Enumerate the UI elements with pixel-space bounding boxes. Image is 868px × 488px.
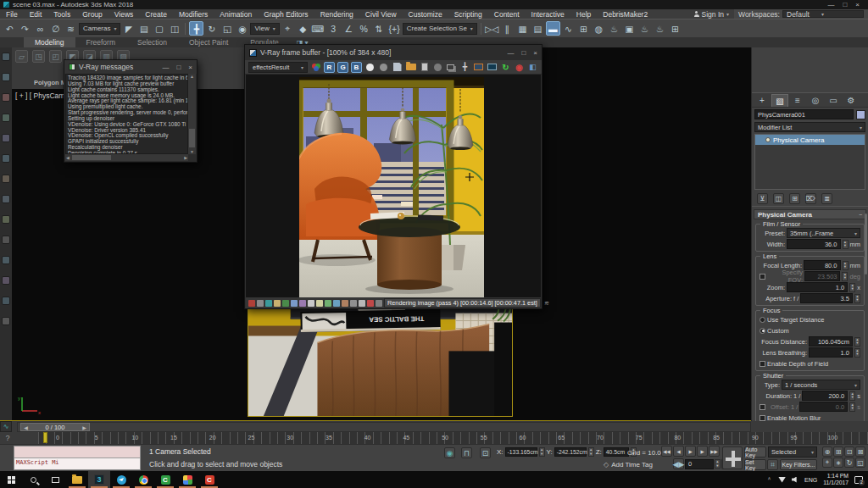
spinner-snap-icon[interactable]: ⇅ [372, 21, 387, 36]
fov-field[interactable]: 23.503 [804, 271, 840, 281]
y-coordinate-field[interactable]: -242.152cm [554, 447, 587, 457]
select-and-manipulate-icon[interactable]: ◆ [296, 21, 310, 36]
key-mode-toggle-icon[interactable]: ◀▶ [673, 458, 684, 469]
maxscript-mini-listener[interactable]: MAXScript Mi [14, 446, 141, 470]
vertical-scrollbar[interactable]: ▲▼ [188, 74, 196, 154]
dock-tool-icon[interactable] [2, 175, 10, 183]
menu-item[interactable]: Interactive [526, 9, 570, 19]
close-button[interactable]: × [855, 1, 860, 8]
aperture-field[interactable]: 3.5 [800, 293, 853, 303]
modifier-list-dropdown[interactable]: Modifier List [754, 122, 865, 132]
monochrome-button[interactable] [378, 62, 389, 73]
title-bar[interactable]: scene 03.max - Autodesk 3ds Max 2018 — □… [0, 0, 868, 9]
field-of-view-icon[interactable]: ⌖ [822, 458, 832, 468]
frame-buffer-canvas[interactable] [246, 75, 541, 297]
menu-item[interactable]: Edit [24, 9, 48, 19]
channel-dropdown[interactable]: effectsResult [248, 62, 308, 73]
macro-recorder-line[interactable] [14, 446, 140, 458]
menu-item[interactable]: Graph Editors [258, 9, 314, 19]
close-button[interactable]: × [188, 64, 192, 71]
vray-messages-titlebar[interactable]: V-Ray messages — □ × [64, 60, 197, 74]
select-and-scale-icon[interactable]: ◱ [220, 21, 234, 36]
network-icon[interactable] [778, 477, 786, 483]
spinner-icon[interactable] [539, 447, 545, 457]
vfb-hue-saturation-icon[interactable] [325, 300, 331, 307]
menu-item[interactable]: Rendering [314, 9, 359, 19]
tab-modify-icon[interactable]: ▧ [771, 94, 788, 107]
select-by-name-icon[interactable]: ▤ [136, 21, 151, 36]
shutter-type-dropdown[interactable]: 1 / seconds [782, 380, 860, 390]
select-and-move-icon[interactable]: ╋ [189, 21, 203, 36]
minimize-button[interactable]: — [507, 49, 514, 57]
file-explorer-icon[interactable] [66, 471, 88, 488]
bind-to-space-warp-icon[interactable]: ≋ [64, 21, 78, 36]
add-time-tag[interactable]: ◇ Add Time Tag [604, 461, 653, 469]
mirror-icon[interactable]: ▷◁ [485, 21, 499, 36]
maximize-button[interactable]: □ [521, 49, 526, 57]
vfb-image-icon[interactable] [291, 300, 298, 307]
key-filters-button[interactable]: Key Filters... [780, 459, 817, 470]
horizontal-scrollbar[interactable]: ◀▶ [65, 154, 188, 161]
clock[interactable]: 1:14 PM 11/1/2017 [823, 473, 849, 486]
render-last-icon[interactable]: ↻ [500, 62, 511, 73]
vfb-stamp-icon[interactable] [359, 300, 365, 307]
spinner-icon[interactable] [842, 272, 848, 281]
duplicate-to-host-icon[interactable] [446, 62, 457, 73]
current-frame-field[interactable]: 0 [685, 459, 714, 469]
menu-item[interactable]: Tools [47, 9, 76, 19]
ribbon-tab[interactable]: Selection [126, 37, 178, 47]
ribbon-tab[interactable]: Object Paint [178, 37, 239, 47]
dock-tool-icon[interactable] [2, 297, 10, 305]
ribbon-tool-icon[interactable]: ▱ [15, 50, 28, 63]
vfb-exposure-icon[interactable] [308, 300, 314, 307]
absolute-offset-mode-icon[interactable]: ⊡ [480, 447, 491, 458]
vfb-info-icon[interactable] [376, 300, 382, 307]
navigation-pad-icon[interactable] [722, 446, 743, 469]
listener-line[interactable]: MAXScript Mi [14, 458, 140, 469]
x-coordinate-field[interactable]: -133.165cm [505, 447, 537, 457]
go-to-end-icon[interactable]: ▶▶ [709, 446, 720, 457]
zoom-extents-all-icon[interactable]: ⊠ [855, 446, 865, 457]
reference-coordinate-dropdown[interactable]: View [250, 23, 279, 35]
zoom-icon[interactable]: ⊕ [822, 446, 832, 457]
tab-display-icon[interactable]: ▭ [825, 94, 842, 107]
ribbon-tab[interactable]: Freeform [75, 37, 126, 47]
fit-to-window-icon[interactable] [487, 62, 498, 73]
red-channel-button[interactable]: R [324, 62, 335, 73]
zoom-field[interactable]: 1.0 [787, 282, 848, 292]
spinner-icon[interactable] [854, 337, 860, 347]
use-pivot-center-icon[interactable]: ⌖ [281, 21, 295, 36]
previous-frame-icon[interactable]: ◀ [673, 446, 684, 457]
color-app-icon[interactable] [176, 471, 198, 488]
material-editor-icon[interactable]: ◍ [592, 21, 606, 36]
rollout-physical-camera[interactable]: Physical Camera− [754, 209, 866, 219]
keyboard-override-icon[interactable]: ⌨ [311, 21, 326, 36]
vfb-white-balance-icon[interactable] [316, 300, 323, 307]
stack-item-physical-camera[interactable]: Physical Camera [755, 135, 865, 145]
workspaces-dropdown[interactable]: Default ▾ [782, 10, 864, 18]
spinner-icon[interactable] [843, 240, 849, 249]
menu-item[interactable]: Views [108, 9, 140, 19]
vfb-pause-icon[interactable] [367, 300, 374, 307]
menu-item[interactable]: Modifiers [173, 9, 214, 19]
rendered-frame-window-icon[interactable]: ▣ [622, 21, 637, 36]
pan-icon[interactable]: ∗ [833, 458, 843, 468]
menu-item[interactable]: Group [76, 9, 108, 19]
z-coordinate-field[interactable]: 40.5cm [604, 447, 629, 457]
search-button[interactable] [22, 471, 44, 488]
modifier-stack[interactable]: Physical Camera [754, 134, 865, 190]
ribbon-tab[interactable]: Modeling [24, 37, 75, 47]
maximize-viewport-icon[interactable]: ◱ [855, 458, 865, 468]
redo-icon[interactable]: ↷ [18, 21, 32, 36]
window-crossing-icon[interactable]: ◫ [167, 21, 181, 36]
green-channel-button[interactable]: G [337, 62, 348, 73]
custom-focus-radio[interactable] [760, 328, 765, 334]
tab-create-icon[interactable]: + [754, 94, 771, 107]
help-icon[interactable]: ? [2, 432, 14, 443]
track-mouse-icon[interactable]: ╋ [459, 62, 470, 73]
tab-hierarchy-icon[interactable]: ≡ [789, 94, 806, 107]
red-c-app-icon[interactable]: C [198, 471, 220, 488]
menu-item[interactable]: Animation [214, 9, 258, 19]
menu-item[interactable]: File [0, 9, 24, 19]
undo-icon[interactable]: ↶ [3, 21, 17, 36]
